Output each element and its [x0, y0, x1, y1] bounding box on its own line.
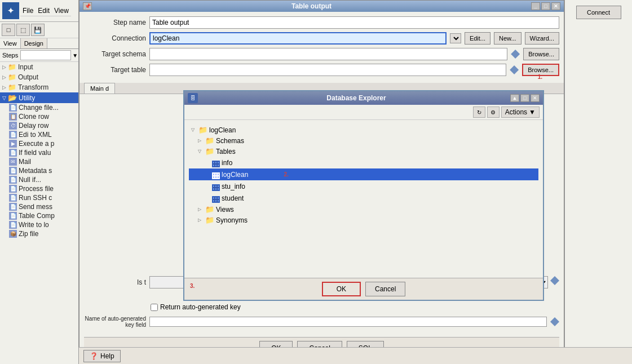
sidebar-utility-delay-row[interactable]: ⏱Delay row	[7, 121, 78, 130]
tab-view[interactable]: View	[0, 38, 21, 48]
sidebar-item-input[interactable]: ▷ 📁 Input	[0, 62, 78, 72]
sidebar-item-output[interactable]: ▷ 📁 Output	[0, 72, 78, 82]
return-key-checkbox[interactable]	[151, 304, 158, 311]
db-ok-button[interactable]: OK	[322, 282, 361, 296]
db-synonyms-item[interactable]: ▷ 📁 Synonyms	[189, 215, 538, 225]
sidebar-tabs: View Design	[0, 38, 78, 49]
sidebar-utility-change-file[interactable]: 📄Change file...	[7, 103, 78, 112]
db-explorer-title: Database Explorer	[202, 94, 510, 102]
toolbar-btn-2[interactable]: ⬚	[16, 24, 30, 36]
db-root-item[interactable]: ▽ 📁 logClean	[189, 125, 538, 135]
db-btn-close[interactable]: ✕	[531, 94, 540, 102]
sidebar-utility-write-to[interactable]: 📄Write to lo	[7, 220, 78, 229]
sidebar-utility-if-field[interactable]: 📄If field valu	[7, 148, 78, 157]
db-table-student[interactable]: student	[189, 192, 538, 204]
db-icon: 🗄	[188, 93, 198, 103]
db-table-stuinfo[interactable]: stu_info	[189, 180, 538, 192]
return-key-label: Return auto-generated key	[160, 303, 241, 311]
db-root-label: logClean	[209, 126, 236, 134]
sidebar-item-utility[interactable]: ▽ 📂 Utility	[0, 92, 78, 103]
wizard-button[interactable]: Wizard...	[525, 32, 559, 45]
connection-row: Connection ▼ Edit... New... Wizard...	[84, 32, 559, 45]
tab-design[interactable]: Design	[21, 38, 47, 48]
db-table-icon-stuinfo	[212, 181, 220, 191]
browse-schema-button[interactable]: Browse...	[523, 48, 559, 60]
sidebar: ✦ File Edit View □ ⬚ 💾 View Design Steps…	[0, 0, 79, 364]
window-btn-minimize[interactable]: _	[531, 2, 540, 10]
is-table-label: Is t	[84, 278, 146, 286]
step-name-input[interactable]	[149, 16, 559, 29]
new-button[interactable]: New...	[494, 32, 521, 45]
help-button[interactable]: ❓ Help	[83, 350, 121, 362]
database-explorer: 🗄 Database Explorer ▲ □ ✕ ↻ ⚙ Actions ▼ …	[183, 90, 544, 301]
db-table-logclean[interactable]: logClean 2.	[189, 168, 538, 180]
table-diamond-btn[interactable]	[510, 65, 519, 74]
db-actions-arrow: ▼	[529, 108, 536, 116]
connection-label: Connection	[84, 34, 146, 42]
menu-view[interactable]: View	[54, 7, 69, 15]
return-key-row: Return auto-generated key	[84, 303, 559, 311]
db-tables-label: Tables	[216, 148, 236, 156]
db-cancel-button[interactable]: Cancel	[365, 282, 405, 296]
target-table-input[interactable]	[149, 64, 506, 76]
step-number-1: 1.	[538, 74, 542, 80]
connection-input[interactable]	[149, 32, 447, 45]
db-schemas-item[interactable]: ▷ 📁 Schemas	[189, 135, 538, 146]
window-btn-close[interactable]: ✕	[551, 2, 560, 10]
edit-button[interactable]: Edit...	[465, 32, 490, 45]
db-refresh-btn[interactable]: ↻	[473, 106, 485, 118]
toolbar-btn-3[interactable]: 💾	[31, 24, 45, 36]
db-table-logclean-label: logClean	[222, 171, 248, 179]
db-controls: ▲ □ ✕	[510, 94, 540, 102]
tab-main[interactable]: Main d	[84, 83, 115, 94]
sidebar-utility-table-comp[interactable]: 📄Table Comp	[7, 211, 78, 220]
step-name-label: Step name	[84, 19, 146, 26]
db-actions-btn[interactable]: Actions ▼	[501, 106, 540, 118]
search-input[interactable]	[20, 50, 71, 60]
target-table-row: Target table Browse...	[84, 64, 559, 76]
auto-key-input[interactable]	[149, 317, 547, 327]
sidebar-utility-execute[interactable]: ▶Execute a p	[7, 139, 78, 148]
sidebar-utility-process-file[interactable]: 📄Process file	[7, 184, 78, 193]
db-table-stuinfo-label: stu_info	[222, 183, 245, 190]
table-output-titlebar: 📌 Table output _ □ ✕	[79, 1, 564, 12]
connect-button[interactable]: Connect	[576, 6, 621, 19]
help-label: Help	[100, 352, 114, 360]
db-table-info[interactable]: info	[189, 157, 538, 168]
target-schema-label: Target schema	[84, 50, 146, 58]
window-btn-pin[interactable]: 📌	[83, 2, 92, 10]
sidebar-utility-metadata[interactable]: 📄Metadata s	[7, 166, 78, 175]
sidebar-utility-null-if[interactable]: 📄Null if...	[7, 175, 78, 184]
sidebar-utility-zip-file[interactable]: 📦Zip file	[7, 229, 78, 238]
db-actions-label: Actions	[505, 108, 527, 116]
db-btn-up[interactable]: ▲	[510, 94, 519, 102]
app-logo: ✦	[2, 2, 19, 19]
schema-diamond-btn[interactable]	[511, 50, 520, 59]
search-arrow[interactable]: ▼	[72, 52, 78, 59]
menu-file[interactable]: File	[23, 7, 33, 15]
menu-edit[interactable]: Edit	[38, 7, 50, 15]
db-views-item[interactable]: ▷ 📁 Views	[189, 204, 538, 215]
window-controls-right: _ □ ✕	[531, 2, 560, 10]
sidebar-tree: ▷ 📁 Input ▷ 📁 Output ▷ 📁 Transform ▽ 📂 U…	[0, 62, 78, 364]
is-table-diamond[interactable]	[550, 276, 559, 285]
db-table-student-label: student	[222, 194, 244, 202]
sidebar-utility-clone-row[interactable]: 📋Clone row	[7, 112, 78, 121]
db-tables-group[interactable]: ▽ 📁 Tables	[189, 146, 538, 157]
sidebar-item-transform[interactable]: ▷ 📁 Transform	[0, 82, 78, 92]
sidebar-toolbar: □ ⬚ 💾	[0, 22, 78, 38]
step-number-2: 2.	[284, 171, 288, 177]
window-controls-left: 📌	[83, 2, 92, 10]
db-connect-btn[interactable]: ⚙	[487, 106, 500, 118]
target-schema-input[interactable]	[149, 48, 507, 60]
connection-dropdown[interactable]: ▼	[450, 33, 461, 43]
auto-key-diamond[interactable]	[550, 317, 559, 326]
toolbar-btn-1[interactable]: □	[2, 24, 15, 36]
sidebar-utility-run-ssh[interactable]: 📄Run SSH c	[7, 193, 78, 202]
db-btn-maximize[interactable]: □	[520, 94, 529, 102]
sidebar-utility-mail[interactable]: ✉Mail	[7, 157, 78, 166]
window-btn-maximize[interactable]: □	[541, 2, 550, 10]
sidebar-utility-send-mess[interactable]: 📄Send mess	[7, 202, 78, 211]
sidebar-utility-edi[interactable]: 📄Edi to XML	[7, 130, 78, 139]
help-icon: ❓	[90, 352, 98, 360]
